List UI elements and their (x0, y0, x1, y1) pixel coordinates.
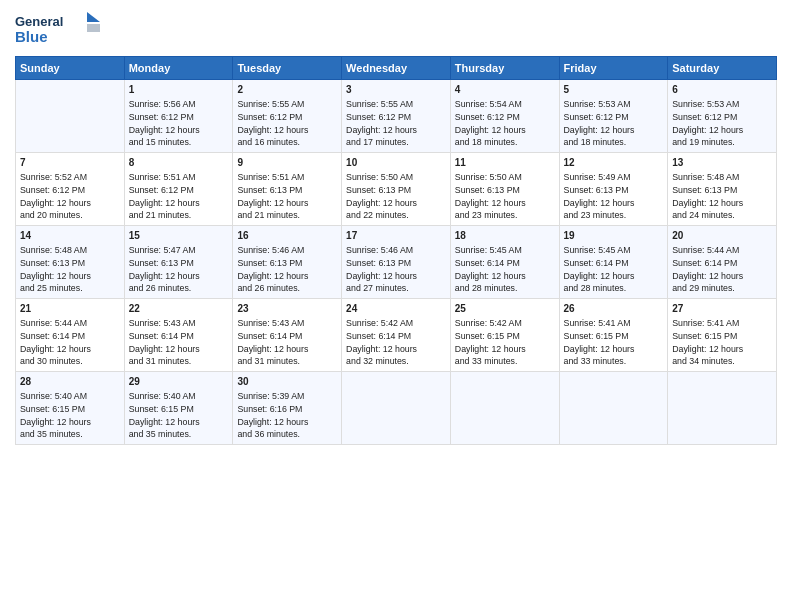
day-info: Sunrise: 5:42 AM Sunset: 6:15 PM Dayligh… (455, 317, 555, 368)
day-cell (342, 372, 451, 445)
day-info: Sunrise: 5:56 AM Sunset: 6:12 PM Dayligh… (129, 98, 229, 149)
logo: General Blue (15, 10, 105, 48)
day-cell (16, 80, 125, 153)
day-info: Sunrise: 5:54 AM Sunset: 6:12 PM Dayligh… (455, 98, 555, 149)
col-header-wednesday: Wednesday (342, 57, 451, 80)
svg-marker-3 (87, 24, 100, 32)
day-info: Sunrise: 5:45 AM Sunset: 6:14 PM Dayligh… (564, 244, 664, 295)
day-info: Sunrise: 5:50 AM Sunset: 6:13 PM Dayligh… (455, 171, 555, 222)
day-cell: 28Sunrise: 5:40 AM Sunset: 6:15 PM Dayli… (16, 372, 125, 445)
day-info: Sunrise: 5:48 AM Sunset: 6:13 PM Dayligh… (672, 171, 772, 222)
day-cell (450, 372, 559, 445)
day-info: Sunrise: 5:49 AM Sunset: 6:13 PM Dayligh… (564, 171, 664, 222)
calendar-table: SundayMondayTuesdayWednesdayThursdayFrid… (15, 56, 777, 445)
col-header-tuesday: Tuesday (233, 57, 342, 80)
svg-text:General: General (15, 14, 63, 29)
week-row-1: 1Sunrise: 5:56 AM Sunset: 6:12 PM Daylig… (16, 80, 777, 153)
day-number: 16 (237, 229, 337, 243)
day-number: 27 (672, 302, 772, 316)
day-info: Sunrise: 5:39 AM Sunset: 6:16 PM Dayligh… (237, 390, 337, 441)
day-number: 5 (564, 83, 664, 97)
header-row: SundayMondayTuesdayWednesdayThursdayFrid… (16, 57, 777, 80)
day-cell: 29Sunrise: 5:40 AM Sunset: 6:15 PM Dayli… (124, 372, 233, 445)
day-number: 28 (20, 375, 120, 389)
day-number: 3 (346, 83, 446, 97)
day-cell: 18Sunrise: 5:45 AM Sunset: 6:14 PM Dayli… (450, 226, 559, 299)
day-cell: 20Sunrise: 5:44 AM Sunset: 6:14 PM Dayli… (668, 226, 777, 299)
col-header-thursday: Thursday (450, 57, 559, 80)
day-cell: 8Sunrise: 5:51 AM Sunset: 6:12 PM Daylig… (124, 153, 233, 226)
day-info: Sunrise: 5:43 AM Sunset: 6:14 PM Dayligh… (129, 317, 229, 368)
day-cell: 13Sunrise: 5:48 AM Sunset: 6:13 PM Dayli… (668, 153, 777, 226)
day-number: 13 (672, 156, 772, 170)
day-info: Sunrise: 5:53 AM Sunset: 6:12 PM Dayligh… (672, 98, 772, 149)
day-number: 14 (20, 229, 120, 243)
day-info: Sunrise: 5:46 AM Sunset: 6:13 PM Dayligh… (346, 244, 446, 295)
day-cell (668, 372, 777, 445)
day-cell: 2Sunrise: 5:55 AM Sunset: 6:12 PM Daylig… (233, 80, 342, 153)
day-info: Sunrise: 5:44 AM Sunset: 6:14 PM Dayligh… (672, 244, 772, 295)
day-info: Sunrise: 5:47 AM Sunset: 6:13 PM Dayligh… (129, 244, 229, 295)
day-number: 22 (129, 302, 229, 316)
day-number: 29 (129, 375, 229, 389)
col-header-sunday: Sunday (16, 57, 125, 80)
day-cell: 1Sunrise: 5:56 AM Sunset: 6:12 PM Daylig… (124, 80, 233, 153)
col-header-monday: Monday (124, 57, 233, 80)
day-info: Sunrise: 5:40 AM Sunset: 6:15 PM Dayligh… (20, 390, 120, 441)
day-info: Sunrise: 5:51 AM Sunset: 6:12 PM Dayligh… (129, 171, 229, 222)
day-number: 24 (346, 302, 446, 316)
svg-marker-2 (87, 12, 100, 22)
day-number: 4 (455, 83, 555, 97)
day-info: Sunrise: 5:53 AM Sunset: 6:12 PM Dayligh… (564, 98, 664, 149)
day-number: 20 (672, 229, 772, 243)
day-cell: 4Sunrise: 5:54 AM Sunset: 6:12 PM Daylig… (450, 80, 559, 153)
day-number: 11 (455, 156, 555, 170)
week-row-3: 14Sunrise: 5:48 AM Sunset: 6:13 PM Dayli… (16, 226, 777, 299)
day-cell: 11Sunrise: 5:50 AM Sunset: 6:13 PM Dayli… (450, 153, 559, 226)
day-number: 21 (20, 302, 120, 316)
day-cell: 19Sunrise: 5:45 AM Sunset: 6:14 PM Dayli… (559, 226, 668, 299)
day-number: 25 (455, 302, 555, 316)
day-number: 2 (237, 83, 337, 97)
day-info: Sunrise: 5:41 AM Sunset: 6:15 PM Dayligh… (672, 317, 772, 368)
day-cell: 9Sunrise: 5:51 AM Sunset: 6:13 PM Daylig… (233, 153, 342, 226)
day-info: Sunrise: 5:51 AM Sunset: 6:13 PM Dayligh… (237, 171, 337, 222)
day-number: 30 (237, 375, 337, 389)
day-cell: 17Sunrise: 5:46 AM Sunset: 6:13 PM Dayli… (342, 226, 451, 299)
day-cell: 5Sunrise: 5:53 AM Sunset: 6:12 PM Daylig… (559, 80, 668, 153)
day-number: 6 (672, 83, 772, 97)
day-info: Sunrise: 5:44 AM Sunset: 6:14 PM Dayligh… (20, 317, 120, 368)
day-cell: 24Sunrise: 5:42 AM Sunset: 6:14 PM Dayli… (342, 299, 451, 372)
day-info: Sunrise: 5:43 AM Sunset: 6:14 PM Dayligh… (237, 317, 337, 368)
day-cell (559, 372, 668, 445)
day-cell: 25Sunrise: 5:42 AM Sunset: 6:15 PM Dayli… (450, 299, 559, 372)
week-row-2: 7Sunrise: 5:52 AM Sunset: 6:12 PM Daylig… (16, 153, 777, 226)
svg-text:Blue: Blue (15, 28, 48, 45)
day-cell: 3Sunrise: 5:55 AM Sunset: 6:12 PM Daylig… (342, 80, 451, 153)
day-cell: 7Sunrise: 5:52 AM Sunset: 6:12 PM Daylig… (16, 153, 125, 226)
day-number: 1 (129, 83, 229, 97)
day-number: 10 (346, 156, 446, 170)
day-info: Sunrise: 5:45 AM Sunset: 6:14 PM Dayligh… (455, 244, 555, 295)
day-number: 23 (237, 302, 337, 316)
day-number: 12 (564, 156, 664, 170)
day-cell: 26Sunrise: 5:41 AM Sunset: 6:15 PM Dayli… (559, 299, 668, 372)
day-cell: 30Sunrise: 5:39 AM Sunset: 6:16 PM Dayli… (233, 372, 342, 445)
day-cell: 10Sunrise: 5:50 AM Sunset: 6:13 PM Dayli… (342, 153, 451, 226)
day-info: Sunrise: 5:42 AM Sunset: 6:14 PM Dayligh… (346, 317, 446, 368)
day-cell: 22Sunrise: 5:43 AM Sunset: 6:14 PM Dayli… (124, 299, 233, 372)
day-info: Sunrise: 5:40 AM Sunset: 6:15 PM Dayligh… (129, 390, 229, 441)
day-number: 15 (129, 229, 229, 243)
day-cell: 21Sunrise: 5:44 AM Sunset: 6:14 PM Dayli… (16, 299, 125, 372)
day-cell: 14Sunrise: 5:48 AM Sunset: 6:13 PM Dayli… (16, 226, 125, 299)
day-cell: 16Sunrise: 5:46 AM Sunset: 6:13 PM Dayli… (233, 226, 342, 299)
day-number: 19 (564, 229, 664, 243)
day-info: Sunrise: 5:55 AM Sunset: 6:12 PM Dayligh… (237, 98, 337, 149)
day-info: Sunrise: 5:46 AM Sunset: 6:13 PM Dayligh… (237, 244, 337, 295)
day-cell: 23Sunrise: 5:43 AM Sunset: 6:14 PM Dayli… (233, 299, 342, 372)
calendar-page: General Blue SundayMondayTuesdayWednesda… (0, 0, 792, 612)
day-number: 9 (237, 156, 337, 170)
col-header-friday: Friday (559, 57, 668, 80)
week-row-4: 21Sunrise: 5:44 AM Sunset: 6:14 PM Dayli… (16, 299, 777, 372)
day-info: Sunrise: 5:50 AM Sunset: 6:13 PM Dayligh… (346, 171, 446, 222)
